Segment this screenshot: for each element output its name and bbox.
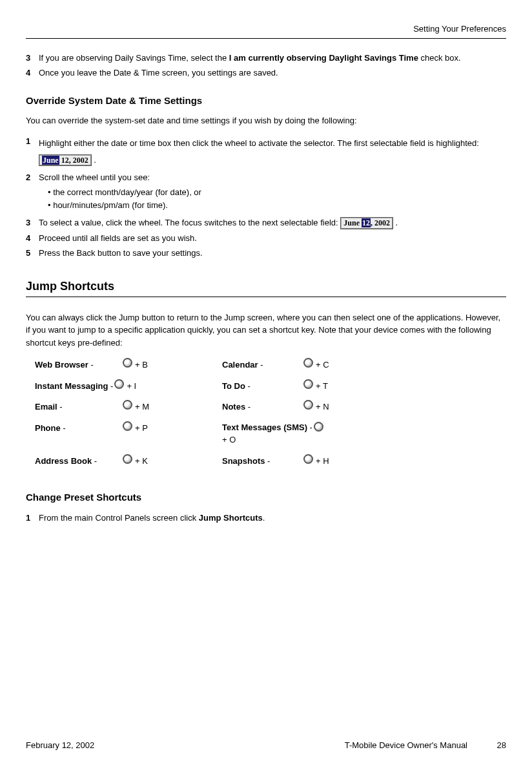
footer-page: 28 xyxy=(497,739,506,752)
step-number: 5 xyxy=(26,247,39,260)
bullet-item: • hour/minutes/pm/am (for time). xyxy=(48,199,506,212)
step-number: 4 xyxy=(26,232,39,245)
shortcut-item: Address Book - + K xyxy=(35,454,222,468)
jump-ring-icon xyxy=(314,422,323,432)
shortcut-app: Address Book - xyxy=(35,455,121,468)
jump-intro: You can always click the Jump button to … xyxy=(26,311,506,349)
jump-ring-icon xyxy=(303,400,313,410)
step-body: To select a value, click the wheel. The … xyxy=(39,216,506,229)
shortcut-key: + O xyxy=(222,435,236,444)
bold-text: I am currently observing Daylight Saving… xyxy=(229,53,418,63)
text: . xyxy=(92,155,96,165)
shortcut-app: Email - xyxy=(35,401,121,413)
shortcut-key: + B xyxy=(135,359,148,371)
jump-ring-icon xyxy=(303,454,313,464)
shortcut-app: Instant Messaging - xyxy=(35,380,113,393)
step-body: Highlight either the date or time box th… xyxy=(39,135,506,169)
shortcut-item: Web Browser - + B xyxy=(35,358,222,371)
text: Highlight either the date or time box th… xyxy=(39,138,479,148)
jump-ring-icon xyxy=(123,358,132,368)
shortcut-key: + C xyxy=(316,359,329,371)
jump-ring-icon xyxy=(123,400,132,410)
shortcut-item: Snapshots - + H xyxy=(222,454,329,468)
shortcut-item: Phone - + P xyxy=(35,421,222,446)
date-selector-pill: June 12, 2002 xyxy=(340,217,393,229)
text: If you are observing Daily Savings Time,… xyxy=(39,53,229,63)
text: check box. xyxy=(418,53,461,63)
shortcut-key: + H xyxy=(316,455,329,468)
shortcut-key: + I xyxy=(127,380,136,393)
shortcut-table: Web Browser - + B Calendar - + C Instant… xyxy=(35,358,506,467)
bullet-item: • the correct month/day/year (for date),… xyxy=(48,186,506,199)
shortcut-key: + M xyxy=(135,401,149,413)
jump-heading: Jump Shortcuts xyxy=(26,278,506,297)
shortcut-item: Instant Messaging - + I xyxy=(35,379,222,393)
step-body: Press the Back button to save your setti… xyxy=(39,247,506,260)
shortcut-app: Snapshots - xyxy=(222,455,302,468)
preset-heading: Change Preset Shortcuts xyxy=(26,490,506,505)
shortcut-key: + T xyxy=(316,380,328,393)
text: , 2002 xyxy=(371,218,390,227)
jump-ring-icon xyxy=(303,358,313,368)
footer-title: T-Mobile Device Owner's Manual xyxy=(345,739,467,752)
text: June xyxy=(343,218,362,227)
highlighted-field: 12 xyxy=(362,218,371,227)
shortcut-key: + P xyxy=(135,422,148,435)
shortcut-item: To Do - + T xyxy=(222,379,328,393)
step-number: 2 xyxy=(26,171,39,214)
bold-text: Jump Shortcuts xyxy=(199,513,263,523)
jump-ring-icon xyxy=(123,421,132,431)
step-number: 1 xyxy=(26,135,39,169)
preset-steps: 1 From the main Control Panels screen cl… xyxy=(26,512,506,525)
text: To select a value, click the wheel. The … xyxy=(39,218,340,227)
header-rule xyxy=(26,38,506,39)
shortcut-app: Notes - xyxy=(222,401,302,413)
override-steps: 1 Highlight either the date or time box … xyxy=(26,135,506,260)
step-body: Proceed until all fields are set as you … xyxy=(39,232,506,245)
highlighted-field: June xyxy=(42,156,59,165)
shortcut-app: Text Messages (SMS) - xyxy=(222,421,312,434)
shortcut-item: Text Messages (SMS) - + O xyxy=(222,421,326,446)
shortcut-item: Notes - + N xyxy=(222,400,329,413)
page-footer: February 12, 2002 T-Mobile Device Owner'… xyxy=(26,739,506,752)
date-selector-pill: June 12, 2002 xyxy=(39,154,92,166)
shortcut-app: To Do - xyxy=(222,380,302,393)
step-number: 1 xyxy=(26,512,39,525)
step-body: Once you leave the Date & Time screen, y… xyxy=(39,67,506,79)
step-body: If you are observing Daily Savings Time,… xyxy=(39,52,506,65)
shortcut-key: + K xyxy=(135,455,148,468)
text: 12, 2002 xyxy=(59,156,88,165)
page-header: Setting Your Preferences xyxy=(26,23,506,36)
shortcut-key: + N xyxy=(316,401,329,413)
shortcut-item: Calendar - + C xyxy=(222,358,329,371)
shortcut-app: Calendar - xyxy=(222,359,302,371)
text: . xyxy=(263,513,265,523)
step-body: Scroll the wheel until you see: • the co… xyxy=(39,171,506,214)
shortcut-app: Phone - xyxy=(35,422,121,435)
shortcut-app: Web Browser - xyxy=(35,359,121,371)
footer-date: February 12, 2002 xyxy=(26,739,94,752)
step-number: 3 xyxy=(26,216,39,229)
jump-ring-icon xyxy=(303,379,313,389)
text: From the main Control Panels screen clic… xyxy=(39,513,199,523)
jump-ring-icon xyxy=(114,379,124,389)
step-body: From the main Control Panels screen clic… xyxy=(39,512,506,525)
step-number: 4 xyxy=(26,67,39,79)
shortcut-item: Email - + M xyxy=(35,400,222,413)
text: Scroll the wheel until you see: xyxy=(39,171,506,184)
step-number: 3 xyxy=(26,52,39,65)
jump-ring-icon xyxy=(123,454,132,464)
override-intro: You can override the system-set date and… xyxy=(26,114,506,127)
override-heading: Override System Date & Time Settings xyxy=(26,94,506,109)
text: . xyxy=(393,218,398,227)
dst-steps: 3 If you are observing Daily Savings Tim… xyxy=(26,52,506,79)
